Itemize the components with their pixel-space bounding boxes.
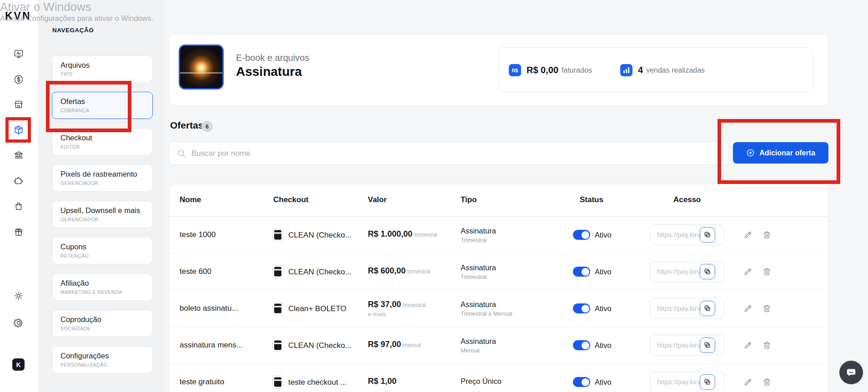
checkout-name: CLEAN (Checko... xyxy=(288,230,351,239)
offer-status: Ativo xyxy=(573,377,612,387)
copy-link-button[interactable] xyxy=(700,301,715,316)
currency-badge-icon: R$ xyxy=(509,64,521,76)
edit-offer-button[interactable] xyxy=(742,266,753,277)
copy-link-button[interactable] xyxy=(700,227,715,243)
offer-type-main: Assinatura xyxy=(461,300,512,309)
offer-type: AssinaturaTrimestral e Mensal xyxy=(461,300,512,317)
nav-item-sublabel: PERSONALIZAÇÃO xyxy=(60,362,152,367)
search-icon xyxy=(177,149,186,158)
access-link-field[interactable]: https://pay.kirv xyxy=(650,298,724,319)
nav-item-checkout[interactable]: CheckoutEDITOR xyxy=(52,128,153,155)
trash-icon xyxy=(762,267,772,277)
offer-value: R$ 37,00/trimestrale mais xyxy=(368,300,426,318)
delete-offer-button[interactable] xyxy=(761,303,772,314)
offer-value: R$ 1,00 xyxy=(368,377,397,387)
search-input[interactable] xyxy=(191,149,692,159)
chat-widget-button[interactable] xyxy=(839,361,863,384)
access-link-field[interactable]: https://pay.kirv xyxy=(650,335,724,356)
column-header-status: Status xyxy=(580,195,603,204)
pencil-icon xyxy=(743,341,753,350)
nav-item-afiliacao[interactable]: AfiliaçãoMARKETING E REVENDA xyxy=(52,273,153,301)
offer-period: /trimestral xyxy=(413,232,437,238)
offer-status: Ativo xyxy=(573,303,612,313)
rewards-icon[interactable] xyxy=(13,226,25,238)
edit-offer-button[interactable] xyxy=(742,340,753,351)
delete-offer-button[interactable] xyxy=(761,377,772,387)
finance-icon[interactable] xyxy=(13,74,25,85)
nav-item-arquivos[interactable]: ArquivosTIPO xyxy=(52,55,153,83)
store-icon[interactable] xyxy=(13,99,25,110)
stat-label: vendas realizadas xyxy=(646,66,705,74)
nav-item-label: Checkout xyxy=(60,134,152,142)
offer-checkout: Clean+ BOLETO xyxy=(272,302,346,315)
dashboard-icon[interactable] xyxy=(13,48,25,60)
offer-type-sub: Trimestral e Mensal xyxy=(461,310,512,317)
navigation-list: ArquivosTIPOOfertasCOBRANÇACheckoutEDITO… xyxy=(52,55,153,373)
product-thumbnail xyxy=(179,45,224,89)
offer-type: Preço Único xyxy=(461,377,502,387)
delete-offer-button[interactable] xyxy=(761,340,772,351)
offer-price: R$ 1.000,00 xyxy=(368,229,412,238)
stat-value: R$ 0,00 xyxy=(527,65,558,75)
offer-price: R$ 37,00 xyxy=(368,300,401,309)
nav-item-label: Upsell, Downsell e mais xyxy=(60,206,152,215)
nav-item-coproducao[interactable]: CoproduçãoSOCIEDADE xyxy=(52,310,153,337)
pencil-icon xyxy=(743,377,753,387)
copy-link-button[interactable] xyxy=(700,374,715,390)
access-url-text: https://pay.kirv xyxy=(657,304,701,312)
offer-type-main: Assinatura xyxy=(461,337,496,346)
access-link-field[interactable]: https://pay.kirv xyxy=(650,261,724,282)
add-offer-label: Adicionar oferta xyxy=(759,149,815,157)
offer-row: teste 1000CLEAN (Checko...R$ 1.000,00/tr… xyxy=(170,217,828,253)
delete-offer-button[interactable] xyxy=(761,266,772,277)
access-link-field[interactable]: https://pay.kirv xyxy=(650,224,724,245)
offers-table: NomeCheckoutValorTipoStatusAcesso teste … xyxy=(169,184,828,392)
edit-offer-button[interactable] xyxy=(742,377,753,387)
pencil-icon xyxy=(743,267,753,277)
status-toggle[interactable] xyxy=(573,267,590,277)
status-label: Ativo xyxy=(595,304,612,313)
bank-icon[interactable] xyxy=(13,149,25,161)
checkout-name: teste checkout ... xyxy=(288,377,347,387)
nav-item-configuracoes[interactable]: ConfiguraçõesPERSONALIZAÇÃO xyxy=(52,346,153,373)
theme-icon[interactable] xyxy=(13,290,25,302)
offer-value: R$ 97,00/mensal xyxy=(368,340,421,351)
integrations-icon[interactable] xyxy=(13,175,25,187)
edit-offer-button[interactable] xyxy=(742,303,753,314)
nav-item-label: Cupons xyxy=(60,243,152,251)
offer-status: Ativo xyxy=(573,267,612,277)
offer-name: boleto assinatu... xyxy=(180,304,238,313)
nav-item-pixels[interactable]: Pixels de rastreamentoGERENCIADOR xyxy=(52,164,153,192)
add-offer-button[interactable]: Adicionar oferta xyxy=(733,142,828,164)
access-link-field[interactable]: https://pay.kirv xyxy=(650,372,724,392)
nav-item-ofertas[interactable]: OfertasCOBRANÇA xyxy=(52,92,153,119)
nav-item-sublabel: TIPO xyxy=(60,71,152,77)
offer-period: /trimestral xyxy=(406,268,431,275)
pencil-icon xyxy=(743,304,753,313)
table-header-row: NomeCheckoutValorTipoStatusAcesso xyxy=(170,184,828,217)
copy-link-button[interactable] xyxy=(700,264,715,279)
settings-icon[interactable] xyxy=(13,317,25,329)
nav-item-cupons[interactable]: CuponsRETENÇÃO xyxy=(52,237,153,264)
marketplace-icon[interactable] xyxy=(13,200,25,212)
status-toggle[interactable] xyxy=(573,303,590,313)
products-icon[interactable] xyxy=(13,124,25,136)
checkout-name: Clean+ BOLETO xyxy=(288,304,346,313)
navigation-section-label: NAVEGAÇÃO xyxy=(52,27,94,34)
status-toggle[interactable] xyxy=(573,340,590,350)
access-url-text: https://pay.kirv xyxy=(657,231,701,238)
status-toggle[interactable] xyxy=(573,377,590,387)
profile-k-badge[interactable]: K xyxy=(12,358,25,371)
table-body: teste 1000CLEAN (Checko...R$ 1.000,00/tr… xyxy=(170,217,828,392)
offer-checkout: teste checkout ... xyxy=(272,376,347,389)
edit-offer-button[interactable] xyxy=(742,229,753,240)
copy-link-button[interactable] xyxy=(700,337,715,353)
status-toggle[interactable] xyxy=(573,230,590,240)
checkout-name: CLEAN (Checko... xyxy=(288,267,351,276)
offer-status: Ativo xyxy=(573,340,612,350)
delete-offer-button[interactable] xyxy=(761,229,772,240)
offer-period: /trimestral xyxy=(402,302,426,308)
trash-icon xyxy=(762,377,772,387)
nav-item-upsell[interactable]: Upsell, Downsell e maisGERENCIADOR xyxy=(52,201,153,228)
status-label: Ativo xyxy=(595,268,612,276)
